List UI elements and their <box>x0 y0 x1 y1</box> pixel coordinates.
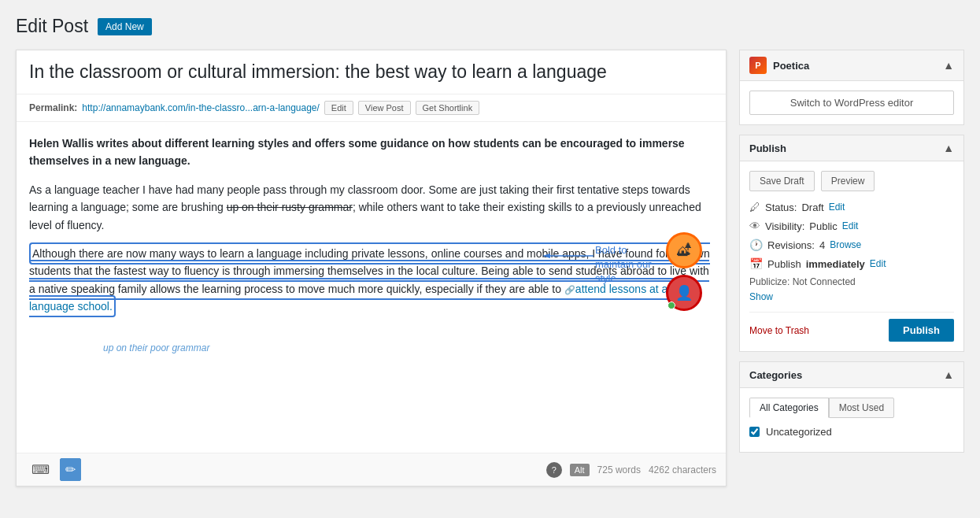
attend-lessons-link[interactable]: attend lessons at a local language schoo… <box>29 283 693 313</box>
view-post-button[interactable]: View Post <box>358 101 411 115</box>
publish-panel: Publish ▲ Save Draft Preview 🖊 Status: D… <box>739 135 964 352</box>
schedule-icon: 📅 <box>749 257 763 270</box>
page-title: Edit Post <box>16 16 88 37</box>
category-uncategorized-checkbox[interactable] <box>749 427 760 437</box>
online-indicator <box>668 302 675 309</box>
publish-panel-body: Save Draft Preview 🖊 Status: Draft Edit … <box>740 161 963 351</box>
bold-intro: Helen Wallis writes about different lear… <box>29 135 713 170</box>
post-title-input[interactable] <box>17 50 726 94</box>
alt-badge: Alt <box>570 464 590 476</box>
move-trash-link[interactable]: Move to Trash <box>749 325 809 336</box>
editor-toolbar: ⌨ ✏ ? Alt 725 words 4262 characters <box>17 453 726 486</box>
publish-time-label: Publish <box>767 258 801 270</box>
all-categories-tab[interactable]: All Categories <box>749 398 829 418</box>
avatar-container: 🏕 👤 <box>666 232 702 311</box>
categories-panel-title: Categories <box>749 369 802 381</box>
poetica-collapse-button[interactable]: ▲ <box>943 59 954 72</box>
publicize-section: Publicize: Not Connected <box>749 276 954 287</box>
most-used-tab[interactable]: Most Used <box>829 398 894 418</box>
permalink-label: Permalink: <box>29 102 77 113</box>
revisions-value: 4 <box>819 239 825 251</box>
revisions-icon: 🕐 <box>749 239 763 251</box>
char-count: 4262 characters <box>649 464 716 475</box>
categories-collapse-button[interactable]: ▲ <box>943 368 954 381</box>
status-edit-link[interactable]: Edit <box>829 202 845 213</box>
preview-button[interactable]: Preview <box>821 171 875 191</box>
categories-panel-header: Categories ▲ <box>740 362 963 388</box>
editor-area: Permalink: http://annamaybank.com/in-the… <box>16 50 727 487</box>
revisions-label: Revisions: <box>767 239 815 251</box>
publish-collapse-button[interactable]: ▲ <box>943 142 954 154</box>
status-icon: 🖊 <box>749 201 760 213</box>
avatar-1: 🏕 <box>666 232 702 268</box>
status-label: Status: <box>765 202 797 213</box>
permalink-bar: Permalink: http://annamaybank.com/in-the… <box>17 94 726 122</box>
strikethrough-text: up on their rusty grammar <box>227 201 353 213</box>
annotation-label: Bold to maintain our style <box>595 243 652 287</box>
visibility-icon: 👁 <box>749 220 760 232</box>
switch-wp-button[interactable]: Switch to WordPress editor <box>749 91 954 115</box>
word-count: 725 words <box>597 464 641 475</box>
categories-panel: Categories ▲ All Categories Most Used Un… <box>739 361 964 453</box>
publish-panel-title: Publish <box>749 142 786 154</box>
category-uncategorized-label: Uncategorized <box>766 426 832 438</box>
visibility-edit-link[interactable]: Edit <box>842 220 859 231</box>
poetica-logo: P <box>749 57 767 74</box>
keyboard-icon-button[interactable]: ⌨ <box>26 458 55 481</box>
sidebar: P Poetica ▲ Switch to WordPress editor P… <box>739 50 964 462</box>
poetica-panel-header: P Poetica ▲ <box>740 50 963 81</box>
visibility-value: Public <box>809 220 837 232</box>
revisions-browse-link[interactable]: Browse <box>830 239 861 250</box>
status-value: Draft <box>801 202 823 213</box>
poetica-panel-body: Switch to WordPress editor <box>740 81 963 124</box>
help-icon[interactable]: ? <box>546 462 562 478</box>
get-shortlink-button[interactable]: Get Shortlink <box>416 101 480 115</box>
add-new-button[interactable]: Add New <box>98 18 152 35</box>
poetica-label: Poetica <box>773 60 809 72</box>
publish-panel-header: Publish ▲ <box>740 135 963 161</box>
category-uncategorized-item: Uncategorized <box>749 426 954 438</box>
visibility-label: Visibility: <box>765 220 804 232</box>
save-draft-button[interactable]: Save Draft <box>749 171 815 191</box>
edit-icon-button[interactable]: ✏ <box>60 458 81 481</box>
publish-time-value: immediately <box>806 258 865 270</box>
publish-time-edit-link[interactable]: Edit <box>870 258 886 269</box>
permalink-url[interactable]: http://annamaybank.com/in-the-classro...… <box>82 102 320 113</box>
edit-permalink-button[interactable]: Edit <box>324 101 353 115</box>
publish-button[interactable]: Publish <box>889 319 954 342</box>
paragraph-1: As a language teacher I have had many pe… <box>29 181 713 234</box>
poetica-panel: P Poetica ▲ Switch to WordPress editor <box>739 50 964 125</box>
show-link[interactable]: Show <box>749 291 773 302</box>
categories-panel-body: All Categories Most Used Uncategorized <box>740 388 963 452</box>
content-area: Helen Wallis writes about different lear… <box>17 122 726 453</box>
correction-tooltip: up on their poor grammar <box>103 341 209 356</box>
